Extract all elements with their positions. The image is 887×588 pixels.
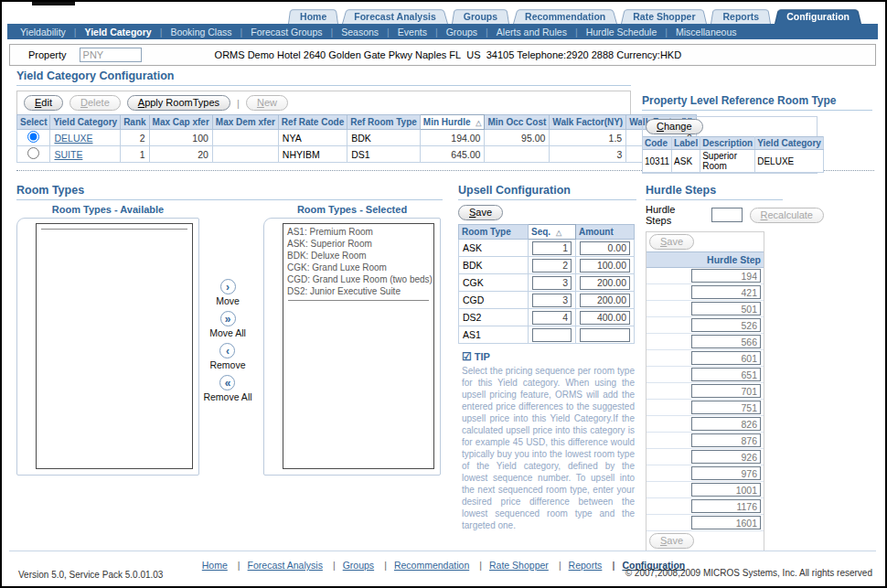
move-right-icon: › — [220, 279, 236, 294]
hurdle-step-input[interactable] — [691, 401, 761, 414]
seq-input[interactable] — [532, 328, 572, 342]
hurdle-step-input[interactable] — [691, 450, 761, 464]
main-tab[interactable]: Recommendation — [513, 8, 617, 24]
hurdle-step-row — [647, 400, 764, 416]
seq-input[interactable] — [532, 259, 572, 273]
main-tab[interactable]: Forecast Analysis — [342, 8, 448, 24]
col-seq-sort[interactable]: Seq. △ — [529, 225, 576, 240]
footer-link[interactable]: Recommendation — [377, 560, 469, 571]
menu-item[interactable]: Yieldability — [20, 27, 66, 37]
cell-yield-category: DELUXE — [755, 150, 824, 173]
list-item[interactable]: AS1: Premium Room — [283, 226, 433, 238]
amount-input[interactable] — [580, 328, 630, 342]
list-item[interactable]: BDK: Deluxe Room — [283, 250, 433, 262]
amount-input[interactable] — [580, 259, 630, 273]
apply-roomtypes-button[interactable]: Apply RoomTypes — [127, 95, 230, 111]
upsell-save-button[interactable]: Save — [458, 205, 503, 220]
hurdle-step-input[interactable] — [691, 417, 761, 431]
hurdle-step-input[interactable] — [691, 335, 761, 348]
seq-input[interactable] — [532, 311, 572, 325]
menu-item[interactable]: Miscellaneous — [657, 27, 736, 37]
hurdle-step-input[interactable] — [691, 483, 761, 497]
spacer-cell — [647, 515, 681, 531]
hurdle-step-input[interactable] — [691, 466, 761, 480]
hurdle-step-row — [647, 465, 764, 482]
main-tab[interactable]: Configuration — [775, 8, 861, 24]
menu-item[interactable]: Groups — [427, 27, 477, 37]
hurdle-save-button-top[interactable]: Save — [649, 234, 694, 250]
footer-link[interactable]: Reports — [551, 560, 603, 571]
move-all-right-icon: » — [220, 311, 236, 326]
menu-item[interactable]: Booking Class — [152, 27, 232, 37]
spacer-cell — [647, 465, 681, 482]
menu-item[interactable]: Events — [379, 27, 427, 37]
remove-button[interactable]: ‹ Remove — [209, 343, 245, 370]
col-min-occ-cost: Min Occ Cost — [485, 115, 550, 130]
move-all-button[interactable]: » Move All — [209, 311, 246, 338]
footer-link[interactable]: Groups — [326, 560, 374, 571]
reference-room-type-table: Code Label Description Yield Category 10… — [643, 136, 824, 173]
yield-row-select-radio[interactable] — [27, 147, 39, 159]
hurdle-step-input[interactable] — [691, 302, 761, 315]
spacer-cell — [647, 433, 681, 449]
amount-input[interactable] — [580, 276, 630, 290]
hurdle-step-input[interactable] — [691, 285, 761, 299]
move-button[interactable]: › Move — [216, 279, 240, 306]
main-tab[interactable]: Reports — [711, 8, 771, 24]
col-max-cap-xfer: Max Cap xfer — [149, 115, 212, 130]
room-types-available-listbox[interactable] — [36, 223, 193, 469]
list-item[interactable]: CGD: Grand Luxe Room (two beds) — [283, 273, 433, 285]
list-item[interactable]: CGK: Grand Luxe Room — [283, 262, 433, 273]
amount-input[interactable] — [580, 311, 630, 325]
amount-input[interactable] — [580, 294, 630, 307]
main-tab[interactable]: Groups — [452, 8, 509, 24]
main-tab-bar: Home Forecast Analysis Groups Recommenda… — [284, 8, 861, 24]
room-types-section: Room Types Room Types - Available › Move… — [16, 184, 443, 476]
hurdle-step-input[interactable] — [691, 368, 761, 381]
list-item[interactable]: ASK: Superior Room — [283, 238, 433, 250]
hurdle-step-input[interactable] — [691, 269, 761, 283]
property-code-input[interactable] — [80, 48, 142, 62]
col-min-hurdle-sort[interactable]: Min Hurdle △ — [420, 115, 485, 130]
recalculate-button[interactable]: Recalculate — [750, 208, 825, 223]
cell-max-dem-xfer — [212, 130, 278, 146]
hurdle-step-row — [647, 449, 764, 465]
edit-button[interactable]: Edit — [24, 95, 63, 111]
tab-label: Home — [300, 11, 326, 22]
main-tab[interactable]: Home — [288, 8, 338, 24]
hurdle-step-input[interactable] — [691, 384, 761, 398]
footer-link[interactable]: Rate Shopper — [472, 560, 549, 571]
seq-input[interactable] — [532, 241, 572, 255]
menu-item[interactable]: Hurdle Schedule — [567, 27, 657, 37]
reference-room-type-box: Change Code Label Description Yield Cate… — [642, 116, 818, 174]
cell-ref-rate-code: NHYIBM — [278, 146, 347, 163]
col-max-dem-xfer: Max Dem xfer — [212, 115, 278, 130]
menu-item[interactable]: Seasons — [322, 27, 379, 37]
hurdle-save-button-bottom[interactable]: Save — [649, 533, 694, 549]
hurdle-step-input[interactable] — [691, 318, 761, 332]
hurdle-steps-count-input[interactable] — [711, 208, 743, 222]
hurdle-step-input[interactable] — [691, 516, 761, 529]
yield-category-link[interactable]: SUITE — [54, 149, 82, 160]
hurdle-step-input[interactable] — [691, 351, 761, 365]
menu-item[interactable]: Yield Category — [66, 27, 152, 37]
remove-all-button[interactable]: « Remove All — [203, 375, 251, 402]
seq-input[interactable] — [532, 276, 572, 290]
footer-link[interactable]: Home — [202, 560, 228, 571]
new-button[interactable]: New — [246, 95, 288, 111]
list-item[interactable]: DS2: Junior Executive Suite — [283, 285, 433, 297]
hurdle-step-input[interactable] — [691, 433, 761, 447]
hurdle-step-input[interactable] — [691, 499, 761, 513]
main-tab[interactable]: Rate Shopper — [621, 8, 707, 24]
cell-room-type: AS1 — [459, 326, 529, 344]
seq-input[interactable] — [532, 294, 572, 307]
yield-category-link[interactable]: DELUXE — [54, 133, 92, 144]
room-types-selected-listbox[interactable]: AS1: Premium Room ASK: Superior Room BDK… — [283, 223, 434, 469]
yield-row-select-radio[interactable] — [27, 131, 39, 143]
amount-input[interactable] — [580, 241, 630, 255]
menu-item[interactable]: Alerts and Rules — [477, 27, 567, 37]
menu-item[interactable]: Forecast Groups — [232, 27, 323, 37]
change-button[interactable]: Change — [646, 119, 703, 134]
delete-button[interactable]: Delete — [69, 95, 121, 111]
footer-link[interactable]: Forecast Analysis — [230, 560, 323, 571]
